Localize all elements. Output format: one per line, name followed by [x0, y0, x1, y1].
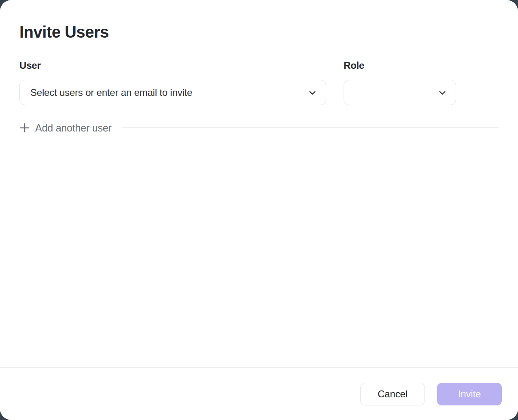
role-field-label: Role	[344, 60, 456, 71]
add-another-user-button[interactable]: Add another user	[19, 122, 112, 134]
chevron-down-icon	[308, 88, 317, 97]
invite-fields-row: User Select users or enter an email to i…	[19, 60, 499, 105]
add-another-user-label: Add another user	[35, 122, 112, 134]
role-field-group: Role	[344, 60, 456, 105]
divider	[122, 127, 499, 128]
user-field-label: User	[19, 60, 326, 71]
user-select[interactable]: Select users or enter an email to invite	[19, 80, 326, 105]
user-field-group: User Select users or enter an email to i…	[19, 60, 326, 105]
role-select[interactable]	[344, 80, 456, 105]
chevron-down-icon	[438, 88, 447, 97]
plus-icon	[19, 123, 30, 133]
add-user-row: Add another user	[19, 121, 499, 134]
user-select-placeholder: Select users or enter an email to invite	[30, 87, 308, 98]
cancel-button[interactable]: Cancel	[360, 383, 425, 405]
invite-users-modal: Invite Users User Select users or enter …	[0, 0, 518, 420]
modal-body: Invite Users User Select users or enter …	[0, 23, 518, 134]
invite-button[interactable]: Invite	[437, 383, 502, 405]
modal-footer: Cancel Invite	[0, 367, 518, 420]
page-title: Invite Users	[19, 23, 499, 41]
